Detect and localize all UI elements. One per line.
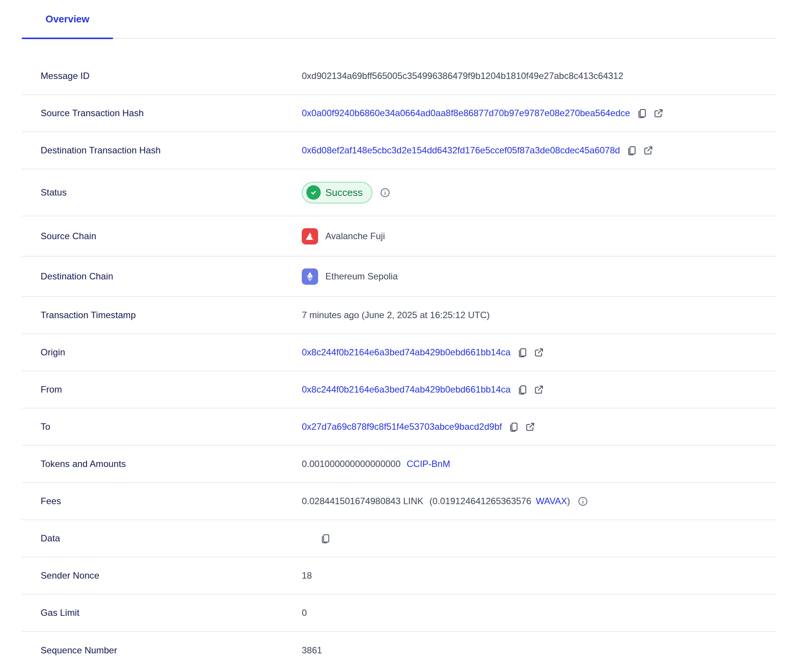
sender-nonce-value: 18 [302, 570, 312, 581]
row-label: Tokens and Amounts [22, 459, 302, 469]
overview-detail-table: Message ID 0xd902134a69bff565005c3549963… [22, 58, 777, 669]
to-address-link[interactable]: 0x27d7a69c878f9c8f51f4e53703abce9bacd2d9… [302, 421, 502, 432]
source-tx-hash-link[interactable]: 0x0a00f9240b6860e34a0664ad0aa8f8e86877d7… [302, 108, 630, 118]
origin-address-link[interactable]: 0x8c244f0b2164e6a3bed74ab429b0ebd661bb14… [302, 347, 511, 358]
copy-icon[interactable] [517, 347, 527, 358]
active-tab-underline [22, 38, 113, 39]
row-label: Data [22, 533, 302, 544]
table-row-source-chain: Source Chain Avalanche Fuji [22, 216, 777, 257]
message-id-value: 0xd902134a69bff565005c354996386479f9b120… [302, 71, 623, 81]
external-link-icon[interactable] [534, 347, 544, 358]
status-badge: Success [302, 182, 372, 203]
row-label: Gas Limit [22, 607, 302, 618]
table-row-sequence-number: Sequence Number 3861 [22, 632, 777, 669]
copy-icon[interactable] [637, 108, 647, 118]
destination-chain-name: Ethereum Sepolia [325, 271, 398, 282]
from-address-link[interactable]: 0x8c244f0b2164e6a3bed74ab429b0ebd661bb14… [302, 384, 511, 395]
info-icon[interactable] [578, 496, 588, 506]
row-label: Origin [22, 347, 302, 358]
copy-icon[interactable] [508, 422, 519, 432]
token-link[interactable]: CCIP-BnM [407, 459, 450, 469]
row-label: Sequence Number [22, 645, 302, 656]
external-link-icon[interactable] [534, 385, 544, 395]
row-label: Message ID [22, 71, 302, 81]
transaction-timestamp-value: 7 minutes ago (June 2, 2025 at 16:25:12 … [302, 310, 490, 320]
destination-tx-hash-link[interactable]: 0x6d08ef2af148e5cbc3d2e154dd6432fd176e5c… [302, 145, 620, 156]
row-label: From [22, 384, 302, 395]
external-link-icon[interactable] [525, 422, 535, 432]
sequence-number-value: 3861 [302, 645, 322, 656]
copy-icon[interactable] [517, 385, 527, 395]
check-circle-icon [306, 185, 321, 200]
token-amount-value: 0.001000000000000000 [302, 459, 400, 469]
row-label: Destination Transaction Hash [22, 145, 302, 156]
fee-alt-close: ) [567, 496, 570, 506]
copy-icon[interactable] [320, 533, 330, 544]
table-row-from: From 0x8c244f0b2164e6a3bed74ab429b0ebd66… [22, 371, 777, 409]
tab-overview[interactable]: Overview [22, 0, 113, 38]
fee-value: 0.028441501674980843 LINK [302, 496, 423, 506]
row-label: Source Transaction Hash [22, 108, 302, 118]
table-row-data: Data [22, 520, 777, 557]
table-row-fees: Fees 0.028441501674980843 LINK (0.019124… [22, 483, 777, 520]
row-label: Transaction Timestamp [22, 310, 302, 320]
tab-bar: Overview [22, 0, 777, 39]
external-link-icon[interactable] [653, 108, 664, 118]
ethereum-icon [302, 268, 318, 285]
table-row-destination-tx-hash: Destination Transaction Hash 0x6d08ef2af… [22, 132, 777, 169]
row-label: Status [22, 187, 302, 198]
source-chain-name: Avalanche Fuji [325, 231, 385, 241]
table-row-message-id: Message ID 0xd902134a69bff565005c3549963… [22, 58, 777, 95]
table-row-source-tx-hash: Source Transaction Hash 0x0a00f9240b6860… [22, 95, 777, 132]
tab-overview-label: Overview [46, 13, 90, 25]
row-label: Source Chain [22, 231, 302, 241]
row-label: To [22, 421, 302, 432]
table-row-transaction-timestamp: Transaction Timestamp 7 minutes ago (Jun… [22, 297, 777, 334]
info-icon[interactable] [380, 188, 390, 198]
table-row-tokens-and-amounts: Tokens and Amounts 0.001000000000000000 … [22, 446, 777, 483]
copy-icon[interactable] [626, 145, 637, 156]
status-badge-label: Success [325, 187, 363, 199]
row-label: Destination Chain [22, 271, 302, 282]
table-row-destination-chain: Destination Chain Ethereum Sepolia [22, 257, 777, 297]
avalanche-icon [302, 228, 318, 245]
table-row-sender-nonce: Sender Nonce 18 [22, 557, 777, 595]
table-row-gas-limit: Gas Limit 0 [22, 595, 777, 632]
fee-alt-open: (0.019124641265363576 [429, 496, 531, 506]
fee-alt-token-link[interactable]: WAVAX [536, 496, 567, 506]
gas-limit-value: 0 [302, 607, 307, 618]
row-label: Fees [22, 496, 302, 506]
external-link-icon[interactable] [643, 145, 653, 156]
table-row-to: To 0x27d7a69c878f9c8f51f4e53703abce9bacd… [22, 409, 777, 446]
row-label: Sender Nonce [22, 570, 302, 581]
table-row-origin: Origin 0x8c244f0b2164e6a3bed74ab429b0ebd… [22, 334, 777, 371]
table-row-status: Status Success [22, 169, 777, 216]
